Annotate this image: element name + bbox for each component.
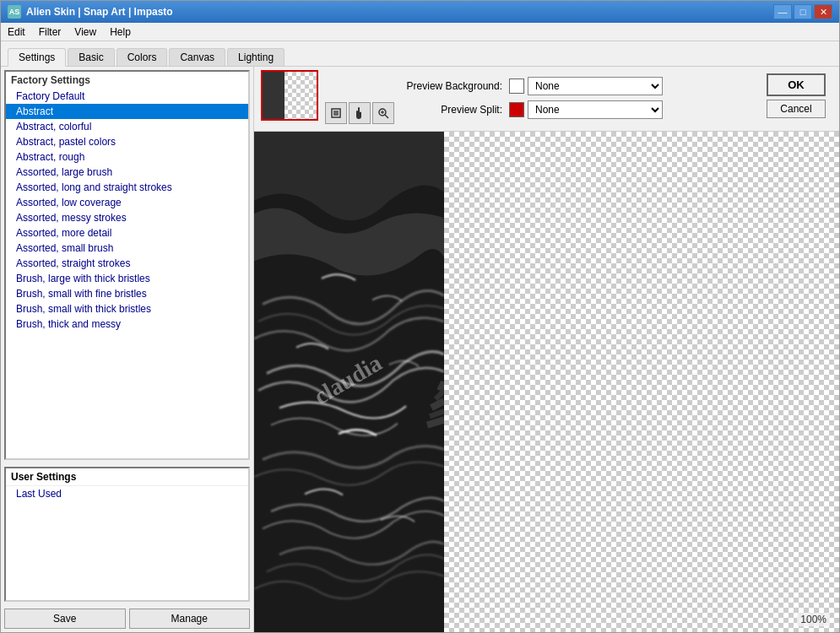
preview-bg-select[interactable]: None White Black Custom	[528, 77, 663, 95]
checkerboard-bg	[444, 132, 839, 632]
bottom-buttons: Save Manage	[1, 605, 253, 632]
preset-assorted-more[interactable]: Assorted, more detail	[6, 225, 248, 241]
preset-abstract-rough[interactable]: Abstract, rough	[6, 149, 248, 165]
tab-colors[interactable]: Colors	[117, 48, 168, 66]
preview-split-wrapper: None Horizontal Vertical	[509, 100, 663, 119]
tab-canvas[interactable]: Canvas	[169, 48, 225, 66]
menu-view[interactable]: View	[68, 24, 103, 40]
save-button[interactable]: Save	[4, 609, 126, 629]
right-top-bar: Preview Background: None White Black Cus…	[254, 67, 839, 132]
preset-brush-thick-messy[interactable]: Brush, thick and messy	[6, 316, 248, 332]
preset-brush-large-thick[interactable]: Brush, large with thick bristles	[6, 271, 248, 286]
zoom-icon[interactable]	[372, 102, 394, 124]
preset-assorted-long[interactable]: Assorted, long and straight strokes	[6, 180, 248, 195]
preset-group-header: Factory Settings	[6, 72, 248, 89]
tab-basic[interactable]: Basic	[68, 48, 114, 66]
preset-brush-small-thick[interactable]: Brush, small with thick bristles	[6, 301, 248, 316]
menu-bar: Edit Filter View Help	[1, 23, 839, 41]
main-content: Factory Settings Factory Default Abstrac…	[1, 67, 839, 632]
preset-assorted-low[interactable]: Assorted, low coverage	[6, 195, 248, 210]
main-window: AS Alien Skin | Snap Art | Impasto — □ ✕…	[0, 0, 840, 633]
maximize-button[interactable]: □	[794, 4, 812, 19]
menu-edit[interactable]: Edit	[1, 24, 32, 40]
title-controls: — □ ✕	[773, 4, 832, 19]
window-title: Alien Skin | Snap Art | Impasto	[26, 6, 173, 18]
preset-assorted-small[interactable]: Assorted, small brush	[6, 241, 248, 256]
thumbnail-area	[261, 70, 318, 121]
preview-split-swatch	[509, 102, 524, 117]
title-bar-left: AS Alien Skin | Snap Art | Impasto	[8, 5, 173, 19]
preset-factory-default[interactable]: Factory Default	[6, 89, 248, 104]
preview-bg-row: Preview Background: None White Black Cus…	[401, 77, 753, 95]
left-panel: Factory Settings Factory Default Abstrac…	[1, 67, 254, 632]
preset-abstract-pastel[interactable]: Abstract, pastel colors	[6, 134, 248, 149]
minimize-button[interactable]: —	[773, 4, 792, 19]
menu-help[interactable]: Help	[103, 24, 138, 40]
close-button[interactable]: ✕	[814, 4, 832, 19]
ok-cancel-area: OK Cancel	[760, 70, 832, 122]
preset-brush-small-fine[interactable]: Brush, small with fine bristles	[6, 286, 248, 301]
title-bar: AS Alien Skin | Snap Art | Impasto — □ ✕	[1, 1, 839, 23]
toolbar-area	[325, 70, 394, 127]
user-settings-header: User Settings	[6, 468, 248, 486]
preview-bg-wrapper: None White Black Custom	[509, 77, 663, 95]
tab-lighting[interactable]: Lighting	[227, 48, 285, 66]
preview-split-label: Preview Split:	[401, 104, 502, 116]
svg-rect-1	[333, 111, 339, 116]
preview-area: claudia	[254, 132, 839, 632]
ok-button[interactable]: OK	[767, 73, 826, 96]
preview-controls: Preview Background: None White Black Cus…	[401, 70, 753, 119]
preset-assorted-large[interactable]: Assorted, large brush	[6, 165, 248, 180]
preview-split-select[interactable]: None Horizontal Vertical	[528, 100, 663, 119]
preview-bg-swatch	[509, 78, 524, 94]
svg-line-3	[385, 115, 388, 118]
preview-canvas: claudia	[254, 132, 444, 632]
move-icon[interactable]	[325, 102, 347, 124]
preset-abstract-colorful[interactable]: Abstract, colorful	[6, 119, 248, 134]
tabs-bar: Settings Basic Colors Canvas Lighting	[1, 41, 839, 67]
preset-assorted-straight[interactable]: Assorted, straight strokes	[6, 256, 248, 271]
preset-abstract[interactable]: Abstract	[6, 104, 248, 119]
zoom-level: 100%	[797, 613, 830, 626]
hand-icon[interactable]	[349, 102, 371, 124]
preset-assorted-messy[interactable]: Assorted, messy strokes	[6, 210, 248, 225]
preview-bg-label: Preview Background:	[401, 80, 502, 92]
tab-settings[interactable]: Settings	[8, 48, 66, 67]
preset-list-container: Factory Settings Factory Default Abstrac…	[4, 70, 250, 460]
preset-list-scroll[interactable]: Factory Settings Factory Default Abstrac…	[6, 72, 248, 458]
preview-split-row: Preview Split: None Horizontal Vertical	[401, 100, 753, 119]
manage-button[interactable]: Manage	[129, 609, 251, 629]
cancel-button[interactable]: Cancel	[767, 100, 826, 118]
menu-filter[interactable]: Filter	[32, 24, 68, 40]
thumbnail	[261, 70, 318, 121]
user-settings-last-used[interactable]: Last Used	[6, 486, 248, 501]
right-panel: Preview Background: None White Black Cus…	[254, 67, 839, 632]
toolbar-icons	[325, 102, 394, 124]
app-icon: AS	[8, 5, 21, 19]
brush-strokes-svg: claudia	[254, 132, 444, 632]
user-settings-panel: User Settings Last Used	[4, 467, 250, 602]
